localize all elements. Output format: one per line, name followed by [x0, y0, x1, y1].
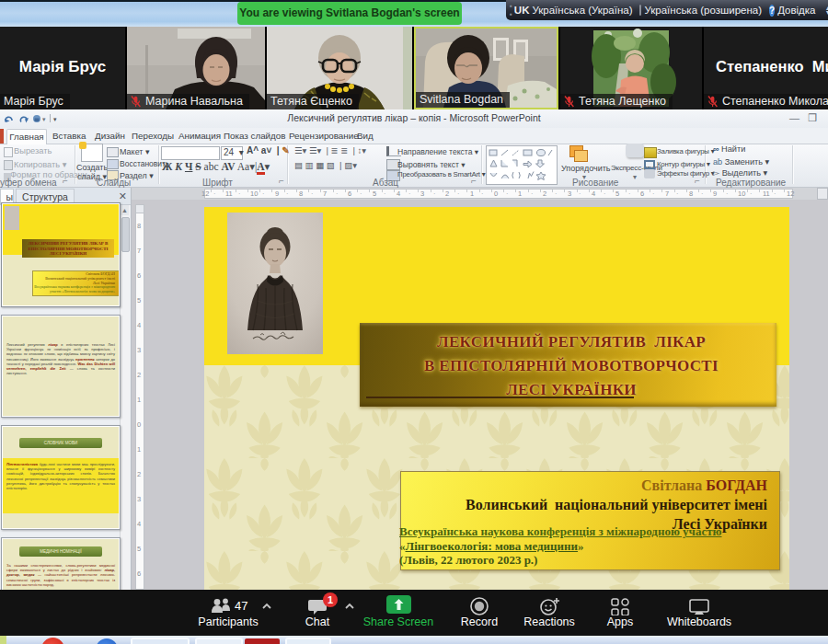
svg-text:▾: ▾: [53, 116, 57, 122]
svg-text:▾: ▾: [42, 116, 46, 122]
